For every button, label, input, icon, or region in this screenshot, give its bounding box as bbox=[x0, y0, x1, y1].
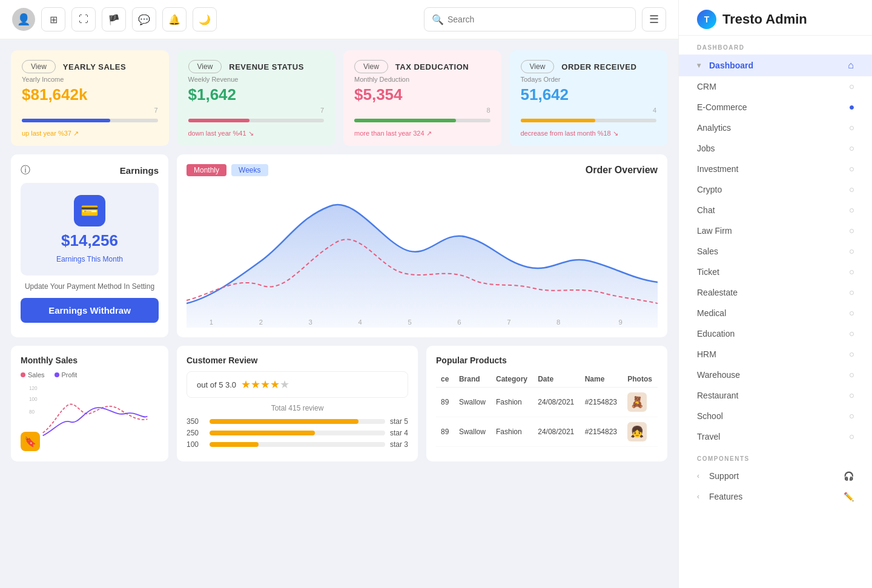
dot-icon bbox=[850, 126, 854, 130]
svg-text:9: 9 bbox=[618, 319, 622, 326]
revenue-value: $1,642 bbox=[188, 85, 325, 104]
dot-icon bbox=[850, 270, 854, 274]
search-input[interactable] bbox=[448, 15, 628, 24]
svg-text:6: 6 bbox=[457, 319, 461, 326]
sidebar-item-school[interactable]: School bbox=[679, 406, 872, 426]
star-bar-5: 350 star 5 bbox=[187, 417, 408, 426]
flag-icon-btn[interactable]: 🏴 bbox=[102, 7, 126, 31]
svg-text:4: 4 bbox=[358, 319, 362, 326]
sidebar-item-warehouse[interactable]: Warehouse bbox=[679, 365, 872, 385]
dashboard-section-label: DASHBOARD bbox=[679, 36, 872, 55]
grid-icon-btn[interactable]: ⊞ bbox=[41, 7, 65, 31]
stat-card-yearly-sales: View YEARLY SALES Yearly Income $81,642k… bbox=[11, 50, 169, 146]
sidebar-item-ticket[interactable]: Ticket bbox=[679, 262, 872, 282]
weeks-badge[interactable]: Weeks bbox=[231, 164, 268, 176]
svg-text:100: 100 bbox=[29, 397, 38, 402]
star-5-label: star 5 bbox=[390, 417, 408, 426]
sidebar-item-jobs[interactable]: Jobs bbox=[679, 138, 872, 159]
tax-view-btn[interactable]: View bbox=[354, 60, 388, 73]
wallet-icon: 💳 bbox=[74, 195, 105, 226]
svg-text:120: 120 bbox=[29, 386, 38, 391]
sidebar-item-analytics[interactable]: Analytics bbox=[679, 117, 872, 138]
review-stars-row: out of 5 3.0 ★★★★★ bbox=[187, 371, 408, 398]
review-out-of: out of 5 3.0 bbox=[197, 380, 236, 389]
products-title: Popular Products bbox=[436, 355, 658, 365]
revenue-title: REVENUE STATUS bbox=[229, 62, 304, 71]
monthly-badge[interactable]: Monthly bbox=[187, 164, 226, 176]
brand-logo: T bbox=[697, 10, 716, 29]
tax-num: 8 bbox=[486, 107, 490, 114]
order-view-btn[interactable]: View bbox=[521, 60, 555, 73]
sidebar-item-ecommerce[interactable]: E-Commerce bbox=[679, 97, 872, 117]
row2-ce: 89 bbox=[436, 417, 454, 447]
sidebar-label-ticket: Ticket bbox=[697, 267, 719, 277]
sidebar-item-realestate[interactable]: Realestate bbox=[679, 282, 872, 303]
sidebar-item-support[interactable]: ‹ Support 🎧 bbox=[679, 466, 872, 486]
tax-title: TAX DEDUCATION bbox=[395, 62, 469, 71]
chevron-left-icon2: ‹ bbox=[697, 492, 699, 501]
chart-panel: Monthly Weeks Order Overview bbox=[177, 154, 667, 337]
dot-icon bbox=[850, 249, 854, 254]
sidebar-label-crm: CRM bbox=[697, 82, 716, 91]
chevron-left-icon: ‹ bbox=[697, 472, 699, 480]
dot-icon bbox=[850, 332, 854, 336]
menu-btn[interactable]: ☰ bbox=[642, 7, 666, 31]
col-category: Category bbox=[491, 371, 533, 388]
stat-cards-row: View YEARLY SALES Yearly Income $81,642k… bbox=[11, 50, 667, 146]
review-title: Customer Review bbox=[187, 355, 408, 365]
sidebar-item-investment[interactable]: Investment bbox=[679, 159, 872, 179]
sidebar-item-chat[interactable]: Chat bbox=[679, 200, 872, 220]
row2-brand: Swallow bbox=[454, 417, 491, 447]
sidebar-item-hrm[interactable]: HRM bbox=[679, 344, 872, 365]
col-name: Name bbox=[580, 371, 623, 388]
tax-subtitle: Monthly Deduction bbox=[354, 76, 490, 83]
sidebar-label-analytics: Analytics bbox=[697, 123, 731, 133]
dot-icon bbox=[850, 147, 854, 151]
fullscreen-icon-btn[interactable]: ⛶ bbox=[71, 7, 96, 31]
sidebar-item-sales[interactable]: Sales bbox=[679, 241, 872, 262]
row2-photo: 👧 bbox=[627, 422, 647, 441]
earnings-withdraw-button[interactable]: Earnings Withdraw bbox=[21, 298, 159, 323]
row1-brand: Swallow bbox=[454, 388, 491, 417]
sidebar-item-restaurant[interactable]: Restaurant bbox=[679, 385, 872, 406]
row1-name: #2154823 bbox=[580, 388, 623, 417]
sidebar-item-lawfirm[interactable]: Law Firm bbox=[679, 220, 872, 241]
sidebar-item-features[interactable]: ‹ Features ✏️ bbox=[679, 486, 872, 507]
star-bar-3: 100 star 3 bbox=[187, 440, 408, 449]
customer-review-panel: Customer Review out of 5 3.0 ★★★★★ Total… bbox=[177, 346, 418, 461]
col-brand: Brand bbox=[454, 371, 491, 388]
sidebar-item-education[interactable]: Education bbox=[679, 323, 872, 344]
dot-icon bbox=[850, 435, 854, 439]
order-overview-chart: 1 2 3 4 5 6 7 8 9 bbox=[187, 182, 658, 328]
sidebar-item-crypto[interactable]: Crypto bbox=[679, 179, 872, 200]
sidebar-item-crm[interactable]: CRM bbox=[679, 76, 872, 97]
dot-icon bbox=[850, 208, 854, 213]
dot-icon bbox=[850, 414, 854, 418]
svg-text:3: 3 bbox=[309, 319, 312, 326]
chat-icon-btn[interactable]: 💬 bbox=[132, 7, 156, 31]
avatar[interactable]: 👤 bbox=[12, 8, 35, 31]
revenue-view-btn[interactable]: View bbox=[188, 60, 222, 73]
revenue-num: 7 bbox=[320, 107, 324, 114]
svg-text:1: 1 bbox=[210, 319, 213, 326]
dot-icon bbox=[850, 105, 854, 110]
components-section-label: COMPONENTS bbox=[679, 447, 872, 466]
yearly-sales-view-btn[interactable]: View bbox=[22, 60, 56, 73]
moon-icon-btn[interactable]: 🌙 bbox=[193, 7, 217, 31]
yearly-sales-footer: up last year %37 ↗ bbox=[22, 130, 158, 137]
sales-legend: Sales Profit bbox=[21, 371, 159, 378]
sidebar-label-investment: Investment bbox=[697, 164, 738, 174]
star-4-count: 250 bbox=[187, 429, 205, 437]
dot-icon bbox=[850, 229, 854, 233]
sidebar-label-travel: Travel bbox=[697, 432, 720, 441]
bell-icon-btn[interactable]: 🔔 bbox=[162, 7, 187, 31]
earnings-card: 💳 $14,256 Earnings This Month bbox=[21, 183, 159, 276]
dot-icon bbox=[850, 188, 854, 192]
sales-legend-sales: Sales bbox=[28, 371, 45, 378]
table-row: 89 Swallow Fashion 24/08/2021 #2154823 👧 bbox=[436, 417, 658, 447]
sidebar-item-dashboard[interactable]: ▾ Dashboard ⌂ bbox=[679, 55, 872, 76]
order-title: ORDER RECEIVED bbox=[561, 62, 636, 71]
sidebar-item-travel[interactable]: Travel bbox=[679, 426, 872, 447]
sidebar-label-education: Education bbox=[697, 329, 735, 339]
sidebar-item-medical[interactable]: Medical bbox=[679, 303, 872, 323]
